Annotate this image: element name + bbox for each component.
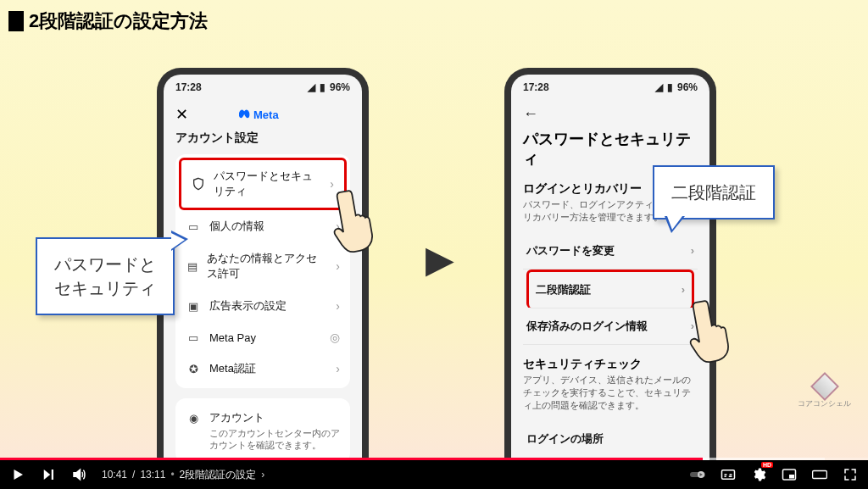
row-label: Meta認証 — [209, 361, 256, 376]
row-meta-auth[interactable]: ✪ Meta認証 › — [175, 353, 350, 385]
account-desc: このアカウントセンター内のアカウントを確認できます。 — [175, 427, 350, 460]
doc-icon: ▤ — [186, 260, 198, 273]
callout-text-1: パスワードと — [54, 255, 156, 274]
phone-mockup-left: 17:28 ◢ ▮ 96% ✕ Meta アカウント設定 — [157, 68, 369, 460]
time-sep: / — [132, 469, 135, 481]
svg-rect-4 — [789, 475, 794, 479]
volume-button[interactable] — [71, 467, 86, 482]
miniplayer-button[interactable] — [782, 467, 797, 482]
brand-diamond-icon — [810, 372, 839, 401]
chapter-sep: • — [170, 469, 174, 481]
autoplay-toggle[interactable] — [690, 467, 705, 482]
signal-icon: ◢ — [308, 81, 315, 93]
subtitles-button[interactable] — [721, 467, 736, 482]
fullscreen-button[interactable] — [843, 467, 858, 482]
chevron-right-icon: › — [682, 283, 685, 296]
hd-badge: HD — [761, 462, 773, 468]
player-controls: 10:41 / 13:11 • 2段階認証の設定 › HD — [0, 460, 868, 489]
channel-brand: コアコンシェル — [798, 376, 851, 409]
settings-card-2: ◉ アカウント このアカウントセンター内のアカウントを確認できます。 — [175, 398, 350, 460]
row-label: パスワードとセキュリティ — [214, 169, 321, 199]
security-check-heading: セキュリティチェック — [523, 357, 698, 372]
row-label: ログインの場所 — [526, 431, 604, 447]
time-display: 10:41 / 13:11 • 2段階認証の設定 › — [102, 468, 264, 482]
shield-icon — [192, 177, 205, 191]
row-ad-pref[interactable]: ▣ 広告表示の設定 › — [175, 290, 350, 322]
row-label: 広告表示の設定 — [209, 298, 287, 314]
page-heading: パスワードとセキュリティ — [523, 130, 698, 169]
video-slide-area: 2段階認証の設定方法 17:28 ◢ ▮ 96% ✕ Meta — [0, 0, 868, 460]
person-icon: ◉ — [186, 412, 201, 425]
status-right: ◢ ▮ 96% — [655, 81, 698, 93]
title-marker — [8, 11, 24, 31]
row-label: あなたの情報とアクセス許可 — [207, 251, 327, 281]
phone-screen-right: 17:28 ◢ ▮ 96% ← パスワードとセキュリティ ログインとリカバリー … — [511, 75, 709, 460]
slide-title: 2段階認証の設定方法 — [8, 8, 208, 34]
settings-button[interactable]: HD — [751, 467, 766, 482]
back-arrow-icon[interactable]: ← — [523, 105, 698, 123]
account-settings-header: アカウント設定 — [175, 131, 350, 146]
row-password-security[interactable]: パスワードとセキュリティ › — [179, 158, 347, 210]
megaphone-icon: ▣ — [186, 300, 201, 313]
row-account[interactable]: ◉ アカウント — [175, 402, 350, 427]
controls-right: HD — [690, 467, 858, 482]
settings-card-1: パスワードとセキュリティ › ▭ 個人の情報 › ▤ あなたの情報とアクセス許可… — [175, 154, 350, 388]
svg-rect-2 — [722, 470, 735, 480]
wallet-icon: ▭ — [186, 331, 201, 344]
row-label: 二段階認証 — [536, 282, 591, 297]
status-right: ◢ ▮ 96% — [308, 81, 350, 93]
row-personal-info[interactable]: ▭ 個人の情報 › — [175, 210, 350, 242]
callout-tail — [171, 231, 188, 251]
callout-text-2: セキュリティ — [54, 279, 156, 297]
chevron-right-icon: › — [691, 244, 694, 257]
play-button[interactable] — [10, 467, 25, 482]
arrow-right-icon: ▶ — [426, 237, 454, 281]
svg-rect-5 — [813, 471, 827, 479]
status-time: 17:28 — [175, 81, 202, 93]
security-check-desc: アプリ、デバイス、送信されたメールのチェックを実行することで、セキュリティ上の問… — [523, 374, 698, 413]
row-your-info[interactable]: ▤ あなたの情報とアクセス許可 › — [175, 242, 350, 290]
chevron-right-icon: › — [336, 259, 340, 273]
row-label: アカウント — [209, 410, 264, 425]
status-time: 17:28 — [523, 81, 549, 93]
header-row: ✕ Meta — [175, 105, 350, 124]
row-login-location[interactable]: ログインの場所 — [523, 421, 698, 457]
meta-brand-text: Meta — [253, 108, 279, 121]
chevron-right-icon: › — [336, 299, 340, 313]
row-meta-pay[interactable]: ▭ Meta Pay ◎ — [175, 322, 350, 353]
duration: 13:11 — [140, 469, 165, 481]
pointing-hand-icon — [680, 292, 742, 368]
row-label: パスワードを変更 — [526, 243, 615, 258]
battery-percent: 96% — [330, 81, 350, 93]
meta-logo: Meta — [239, 108, 279, 121]
status-bar: 17:28 ◢ ▮ 96% — [511, 75, 709, 100]
close-icon[interactable]: ✕ — [175, 105, 188, 124]
callout-right: 二段階認証 — [653, 165, 775, 219]
row-label: 保存済みのログイン情報 — [526, 319, 648, 334]
phone-screen-left: 17:28 ◢ ▮ 96% ✕ Meta アカウント設定 — [164, 75, 362, 460]
instagram-icon: ◎ — [330, 331, 340, 344]
next-button[interactable] — [41, 467, 56, 482]
callout-left: パスワードと セキュリティ — [36, 237, 175, 315]
verified-icon: ✪ — [186, 363, 201, 375]
phone-mockup-right: 17:28 ◢ ▮ 96% ← パスワードとセキュリティ ログインとリカバリー … — [504, 68, 716, 460]
status-bar: 17:28 ◢ ▮ 96% — [164, 75, 362, 100]
battery-icon: ▮ — [667, 81, 673, 93]
row-change-password[interactable]: パスワードを変更 › — [523, 233, 698, 270]
signal-icon: ◢ — [655, 81, 663, 93]
chevron-right-icon: › — [336, 362, 340, 375]
row-label: Meta Pay — [209, 331, 256, 344]
row-label: 個人の情報 — [209, 219, 264, 234]
pointing-hand-icon — [324, 182, 386, 258]
slide-title-text: 2段階認証の設定方法 — [29, 8, 208, 34]
current-time: 10:41 — [102, 469, 127, 481]
callout-tail — [665, 216, 685, 233]
chapter-title[interactable]: 2段階認証の設定 — [180, 468, 257, 482]
row-two-factor[interactable]: 二段階認証 › — [526, 270, 694, 308]
row-saved-login[interactable]: 保存済みのログイン情報 › — [523, 308, 698, 345]
callout-text: 二段階認証 — [671, 183, 756, 202]
theater-button[interactable] — [812, 467, 827, 482]
battery-icon: ▮ — [320, 81, 326, 93]
battery-percent: 96% — [677, 81, 698, 93]
chevron-right-icon: › — [261, 469, 264, 481]
